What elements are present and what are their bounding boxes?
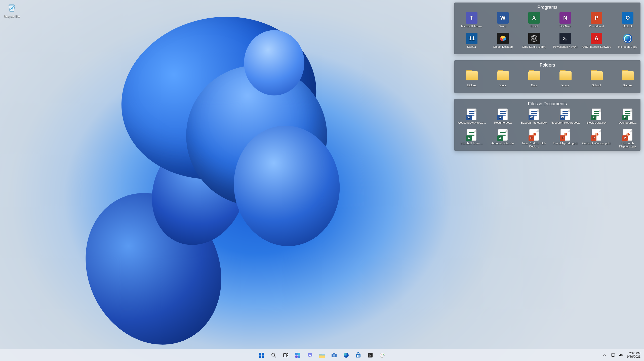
taskbar-chat-button[interactable] [305, 350, 315, 360]
folder-data[interactable]: Data [519, 70, 549, 90]
fence-programs[interactable]: Programs T Microsoft TeamsW WordX ExcelN… [454, 3, 640, 54]
svg-rect-36 [358, 356, 359, 357]
file-item[interactable]: P Research Displays.pptx [613, 129, 642, 148]
start-icon [259, 352, 265, 358]
program-edge[interactable]: Microsoft Edge [613, 33, 642, 52]
word-document-icon: W [559, 109, 571, 120]
word-document-icon: W [528, 109, 540, 120]
svg-point-40 [382, 353, 382, 354]
file-item[interactable]: P New Product Pitch Deck.... [519, 129, 549, 148]
folder-school[interactable]: School [582, 70, 611, 90]
fences-icon: F [368, 352, 373, 358]
file-label: Dashboards... [613, 121, 642, 128]
excel-document-icon: X [497, 129, 509, 141]
program-label: Microsoft Teams [457, 25, 487, 31]
svg-rect-13 [262, 353, 264, 355]
file-item[interactable]: X Baseball Team ... [457, 129, 487, 148]
taskbar-start-button[interactable] [257, 350, 267, 360]
folder-games[interactable]: Games [613, 70, 642, 90]
tray-chevron-up-icon[interactable] [601, 350, 608, 360]
program-outlook[interactable]: O Outlook [613, 12, 642, 31]
fence-files[interactable]: Files & Documents W Weekend Activites.d.… [454, 99, 640, 151]
svg-line-17 [274, 356, 276, 357]
folder-home[interactable]: Home [550, 70, 580, 90]
svg-point-39 [381, 354, 381, 355]
svg-rect-35 [357, 356, 358, 357]
teams-icon: T [466, 12, 477, 24]
fence-folders[interactable]: Folders Utilities Work Data Home School … [454, 60, 640, 93]
svg-rect-19 [287, 353, 288, 355]
file-item[interactable]: W Weekend Activites.d... [457, 109, 487, 128]
svg-rect-23 [295, 355, 298, 358]
svg-rect-22 [298, 353, 300, 355]
program-word[interactable]: W Word [488, 12, 518, 31]
taskbar-clock[interactable]: 2:48 PM 9/30/2021 [626, 352, 642, 358]
ppt-document-icon: P [591, 129, 602, 141]
file-item[interactable]: X Dashboards... [613, 109, 642, 128]
folder-label: Games [613, 84, 642, 90]
word-document-icon: W [466, 109, 477, 120]
program-teams[interactable]: T Microsoft Teams [457, 12, 487, 31]
program-onenote[interactable]: N OneNote [550, 12, 580, 31]
taskbar-edge-button[interactable] [341, 350, 351, 360]
taskbar-camera-button[interactable] [329, 350, 339, 360]
program-excel[interactable]: X Excel [519, 12, 549, 31]
folder-label: Home [550, 84, 580, 90]
file-item[interactable]: P Travel Agenda.pptx [550, 129, 580, 148]
program-powerpoint[interactable]: P PowerPoint [582, 12, 611, 31]
file-label: Stock Data.xlsx [582, 121, 611, 128]
file-item[interactable]: X Account Data.xlsx [488, 129, 518, 148]
taskbar-fences-button[interactable]: F [365, 350, 375, 360]
fence-title: Files & Documents [457, 100, 638, 109]
desktop-icon-recycle-bin[interactable]: Recycle Bin [2, 2, 22, 18]
clock-time: 2:48 PM [627, 352, 640, 355]
folder-utilities[interactable]: Utilities [457, 70, 487, 90]
taskbar-search-button[interactable] [269, 350, 279, 360]
desktop-icon-label: Recycle Bin [2, 15, 22, 18]
svg-rect-34 [358, 355, 359, 356]
edge-icon [343, 352, 349, 358]
taskbar-paint-button[interactable] [377, 350, 387, 360]
file-label: New Product Pitch Deck.... [519, 142, 549, 148]
svg-rect-12 [259, 353, 261, 355]
file-item[interactable]: X Stock Data.xlsx [582, 109, 611, 128]
folder-label: Utilities [457, 84, 487, 90]
file-item[interactable]: W Resume.docx [488, 109, 518, 128]
network-icon[interactable] [611, 353, 616, 358]
svg-rect-15 [262, 355, 264, 358]
svg-point-16 [272, 353, 275, 356]
folder-icon [559, 71, 571, 83]
folder-icon [622, 71, 633, 83]
outlook-icon: O [622, 12, 633, 24]
word-document-icon: W [497, 109, 509, 120]
program-start11[interactable]: 11 Start11 [457, 33, 487, 52]
taskbar-widgets-button[interactable] [293, 350, 303, 360]
taskbar-task-view-button[interactable] [281, 350, 291, 360]
fence-title: Folders [457, 62, 638, 70]
volume-icon[interactable] [618, 353, 623, 358]
program-objectdesktop[interactable]: Object Desktop [488, 33, 518, 52]
program-label: Outlook [613, 25, 642, 31]
file-label: Cookout Winners.pptx [582, 142, 611, 148]
program-obs[interactable]: OBS Studio (64bit) [519, 33, 549, 52]
widgets-icon [295, 352, 301, 358]
folder-label: Work [488, 84, 518, 90]
folder-work[interactable]: Work [488, 70, 518, 90]
svg-rect-20 [287, 355, 288, 357]
svg-rect-24 [298, 355, 300, 358]
svg-point-31 [344, 353, 349, 358]
word-icon: W [497, 12, 509, 24]
file-item[interactable]: P Cookout Winners.pptx [582, 129, 611, 148]
search-icon [271, 352, 276, 358]
folder-icon [528, 71, 540, 83]
program-powershell[interactable]: PowerShell 7 (x64) [550, 33, 580, 52]
file-label: Resume.docx [488, 121, 518, 128]
program-amd[interactable]: A AMD Radeon Software [582, 33, 611, 52]
camera-icon [331, 352, 337, 358]
svg-rect-18 [284, 353, 286, 357]
taskbar-store-button[interactable] [353, 350, 363, 360]
folder-icon [497, 71, 509, 83]
file-item[interactable]: W Baseball Rules.docx [519, 109, 549, 128]
taskbar-explorer-button[interactable] [317, 350, 327, 360]
file-item[interactable]: W Research Report.docx [550, 109, 580, 128]
